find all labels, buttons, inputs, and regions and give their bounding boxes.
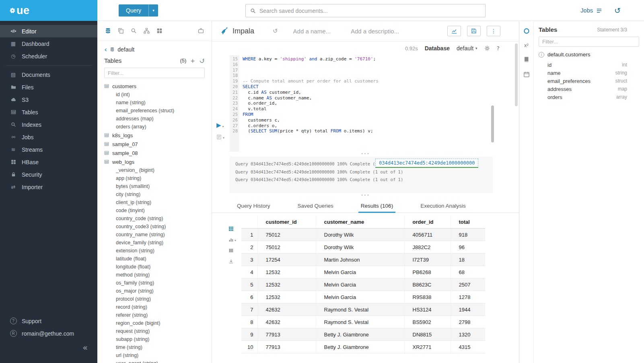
assist-column[interactable]: city (string) — [104, 190, 205, 198]
column-header-rownum[interactable] — [241, 216, 257, 229]
column-orders[interactable]: ordersarray — [547, 93, 627, 101]
collapse-sidebar-icon[interactable]: « — [82, 344, 88, 354]
chart-view-button[interactable]: ▾ — [228, 237, 236, 242]
assist-column[interactable]: time (string) — [104, 343, 205, 351]
assist-table-sample-07[interactable]: sample_07 — [104, 140, 205, 148]
assist-column[interactable]: record (string) — [104, 303, 205, 311]
history-icon[interactable]: ↺ — [614, 0, 621, 21]
assist-column[interactable]: os_family (string) — [104, 279, 205, 287]
assist-column[interactable]: os_major (string) — [104, 287, 205, 295]
result-row[interactable]: 317254Martin JohnsonI72T3918 — [241, 254, 485, 266]
search-input[interactable] — [259, 8, 481, 14]
result-row[interactable]: 842632Raymond S. VestalBS59022798 — [241, 316, 485, 328]
column-id[interactable]: idint — [547, 61, 627, 69]
save-button[interactable] — [467, 26, 481, 36]
sidebar-item-importer[interactable]: ⇄Importer — [0, 181, 97, 193]
apps-source-icon[interactable] — [156, 28, 163, 34]
assist-table-web-logs[interactable]: web_logs — [104, 157, 205, 166]
result-row[interactable]: 512532Melvin GarciaB8623C2507 — [241, 278, 485, 291]
grid-view-button[interactable] — [228, 226, 236, 231]
right-assist-filter-input[interactable] — [539, 37, 639, 47]
column-email-preferences[interactable]: email_preferencesstruct — [547, 77, 627, 85]
assist-column[interactable]: request (string) — [104, 327, 205, 335]
execute-button[interactable]: ▶ ▾ — [216, 122, 224, 128]
tab-saved-queries[interactable]: Saved Queries — [295, 200, 336, 213]
chart-button[interactable] — [447, 26, 461, 36]
sql-editor[interactable]: 1516171819202122232425262728 WHERE a.key… — [230, 55, 519, 152]
sidebar-item-editor[interactable]: </>Editor — [0, 25, 97, 37]
column-name[interactable]: namestring — [547, 69, 627, 77]
assist-column[interactable]: country_code (string) — [104, 214, 205, 223]
tab-results-106[interactable]: Results (106) — [358, 200, 395, 213]
documents-source-icon[interactable] — [118, 28, 124, 34]
query-description-input[interactable]: Add a descriptio... — [351, 28, 399, 35]
sidebar-item-support[interactable]: ? Support — [0, 315, 97, 327]
assist-column[interactable]: referer (string) — [104, 311, 205, 319]
assist-column[interactable]: country_name (string) — [104, 231, 205, 239]
query-history-icon[interactable]: ↺ — [273, 28, 278, 34]
assist-column[interactable]: protocol (string) — [104, 295, 205, 303]
editor-display-options[interactable]: ▾ — [216, 134, 224, 140]
current-database[interactable]: default — [117, 46, 134, 53]
query-id-overlay[interactable]: 034d413ec7474ed5:4249de1000000000 — [375, 159, 478, 168]
sidebar-item-security[interactable]: Security — [0, 168, 97, 181]
assist-column[interactable]: orders (array) — [104, 123, 205, 131]
column-header-order-id[interactable]: order_id — [404, 216, 451, 229]
sidebar-item-dashboard[interactable]: ▦Dashboard — [0, 37, 97, 50]
result-row[interactable]: 412532Melvin GarciaPB626868 — [241, 266, 485, 278]
gear-icon[interactable] — [484, 45, 490, 51]
chevron-down-icon[interactable]: ▾ — [148, 4, 158, 16]
assist-column[interactable]: method (string) — [104, 271, 205, 279]
active-table[interactable]: i default.customers — [539, 52, 639, 58]
result-row[interactable]: 275012Dorothy WilkJ882C296 — [241, 241, 485, 254]
result-row[interactable]: 175012Dorothy Wilk4056711918 — [241, 229, 485, 241]
assist-table-sample-08[interactable]: sample_08 — [104, 148, 205, 157]
sidebar-item-streams[interactable]: ≋Streams — [0, 143, 97, 156]
columns-button[interactable] — [228, 248, 236, 253]
chevron-left-icon[interactable]: ‹ — [104, 46, 107, 53]
assist-column[interactable]: latitude (float) — [104, 255, 205, 263]
assist-table-k8s-logs[interactable]: k8s_logs — [104, 131, 205, 140]
assist-column[interactable]: extension (string) — [104, 247, 205, 255]
resize-handle[interactable]: ••• — [212, 152, 519, 156]
column-header-total[interactable]: total — [451, 216, 485, 229]
assist-column[interactable]: app (string) — [104, 174, 205, 182]
assist-column[interactable]: url (string) — [104, 351, 205, 359]
assistant-icon[interactable] — [523, 28, 530, 34]
language-reference-icon[interactable] — [523, 56, 530, 63]
refresh-icon[interactable] — [199, 58, 205, 64]
download-button[interactable] — [228, 259, 236, 264]
assist-column[interactable]: code (tinyint) — [104, 206, 205, 214]
assist-column[interactable]: addresses (map) — [104, 115, 205, 123]
sidebar-item-hbase[interactable]: HBase — [0, 156, 97, 168]
search-source-icon[interactable] — [131, 28, 137, 34]
database-source-icon[interactable] — [105, 28, 111, 34]
sidebar-item-indexes[interactable]: Indexes — [0, 118, 97, 131]
hue-logo[interactable]: ue — [0, 0, 97, 21]
functions-icon[interactable]: x² — [524, 43, 529, 48]
sidebar-item-scheduler[interactable]: ◷Scheduler — [0, 50, 97, 62]
sidebar-user[interactable]: R romain@gethue.com — [0, 327, 97, 340]
briefcase-icon[interactable] — [198, 28, 204, 34]
assist-column[interactable]: device_family (string) — [104, 239, 205, 247]
assist-column[interactable]: user_agent (string) — [104, 359, 205, 363]
result-row[interactable]: 977913Betty J. GiambroneDN88151320 — [241, 328, 485, 341]
assist-column[interactable]: id (int) — [104, 91, 205, 99]
result-row[interactable]: 1077913Betty J. GiambroneXR27714315 — [241, 341, 485, 353]
assist-column[interactable]: name (string) — [104, 99, 205, 107]
schedule-icon[interactable] — [523, 71, 530, 78]
panel-scrollbar[interactable] — [515, 43, 518, 106]
column-addresses[interactable]: addressesmap — [547, 85, 627, 93]
assist-column[interactable]: bytes (smallint) — [104, 182, 205, 190]
column-header-customer-id[interactable]: customer_id — [257, 216, 316, 229]
sidebar-item-tables[interactable]: Tables — [0, 106, 97, 118]
resize-handle[interactable]: ••• — [212, 193, 519, 197]
assist-column[interactable]: region_code (bigint) — [104, 319, 205, 327]
assist-filter-input[interactable] — [104, 68, 205, 78]
result-row[interactable]: 742632Raymond S. VestalHS31241944 — [241, 303, 485, 316]
sidebar-item-documents[interactable]: ▤Documents — [0, 68, 97, 81]
new-query-button[interactable]: Query ▾ — [119, 4, 158, 16]
jobs-link[interactable]: Jobs — [580, 0, 602, 21]
editor-scrollbar[interactable] — [491, 105, 494, 142]
assist-column[interactable]: subapp (string) — [104, 335, 205, 343]
